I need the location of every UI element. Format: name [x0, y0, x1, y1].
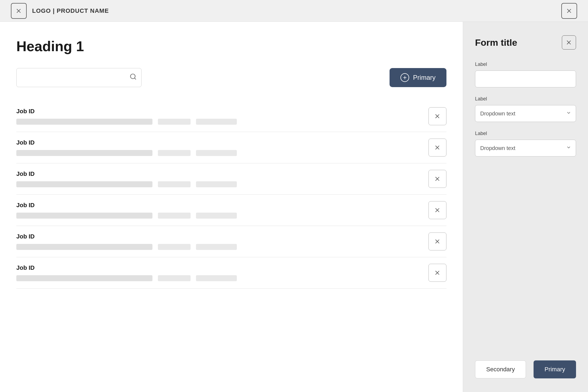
list-item-bars [16, 181, 423, 187]
list-item-bars [16, 275, 423, 281]
item-action-icon [433, 268, 442, 277]
logo-icon [14, 7, 23, 15]
form-label-2: Label [475, 96, 576, 102]
panel-header: Form title [475, 35, 576, 50]
form-group-2: Label Dropdown text [475, 96, 576, 122]
bar-medium [158, 119, 191, 125]
panel-close-button[interactable] [562, 35, 576, 50]
item-action-button[interactable] [428, 139, 446, 157]
bar-short [196, 213, 237, 219]
nav-brand: LOGO | PRODUCT NAME [32, 7, 109, 14]
select-wrapper-2: Dropdown text [475, 140, 576, 157]
item-action-button[interactable] [428, 107, 446, 125]
bar-medium [158, 213, 191, 219]
search-wrapper [16, 68, 142, 87]
form-label-3: Label [475, 131, 576, 136]
form-group-3: Label Dropdown text [475, 131, 576, 157]
panel-close-icon [565, 38, 573, 47]
list-item-content: Job ID [16, 170, 423, 187]
item-action-button[interactable] [428, 201, 446, 219]
list-item-content: Job ID [16, 202, 423, 219]
item-action-icon [433, 112, 442, 121]
list-item-bars [16, 244, 423, 250]
bar-long [16, 244, 152, 250]
bar-long [16, 181, 152, 187]
bar-medium [158, 181, 191, 187]
logo-box[interactable] [11, 3, 27, 19]
bar-short [196, 119, 237, 125]
list-item-label: Job ID [16, 139, 423, 146]
search-input[interactable] [16, 68, 142, 87]
bar-short [196, 181, 237, 187]
bar-short [196, 244, 237, 250]
table-row: Job ID [16, 132, 446, 163]
secondary-button[interactable]: Secondary [475, 360, 526, 378]
form-label-1: Label [475, 62, 576, 67]
plus-circle-icon: + [400, 73, 409, 82]
bar-medium [158, 275, 191, 281]
navbar: LOGO | PRODUCT NAME [0, 0, 588, 22]
bar-long [16, 213, 152, 219]
panel-footer: Secondary Primary [475, 352, 576, 378]
list-item-content: Job ID [16, 264, 423, 281]
navbar-left: LOGO | PRODUCT NAME [11, 3, 109, 19]
item-action-button[interactable] [428, 170, 446, 188]
bar-medium [158, 244, 191, 250]
select-wrapper-1: Dropdown text [475, 105, 576, 122]
close-icon [565, 7, 574, 15]
bar-short [196, 150, 237, 156]
table-row: Job ID [16, 226, 446, 257]
list-item-bars [16, 119, 423, 125]
bar-short [196, 275, 237, 281]
table-row: Job ID [16, 257, 446, 289]
bar-long [16, 150, 152, 156]
item-action-icon [433, 143, 442, 152]
list-item-label: Job ID [16, 264, 423, 271]
action-bar: + Primary [16, 68, 446, 87]
item-action-button[interactable] [428, 232, 446, 250]
list-item-label: Job ID [16, 170, 423, 177]
navbar-close-button[interactable] [561, 3, 577, 19]
table-row: Job ID [16, 163, 446, 195]
content-area: Heading 1 + Primary Job ID [0, 22, 463, 392]
panel-title: Form title [475, 37, 517, 48]
bar-long [16, 119, 152, 125]
form-dropdown-2[interactable]: Dropdown text [475, 140, 576, 157]
form-dropdown-1[interactable]: Dropdown text [475, 105, 576, 122]
list-item-label: Job ID [16, 202, 423, 209]
panel-primary-button[interactable]: Primary [534, 360, 576, 378]
main-layout: Heading 1 + Primary Job ID [0, 22, 588, 392]
list-item-bars [16, 150, 423, 156]
list-item-label: Job ID [16, 233, 423, 240]
list-item-bars [16, 213, 423, 219]
bar-long [16, 275, 152, 281]
bar-medium [158, 150, 191, 156]
list-item-content: Job ID [16, 108, 423, 125]
list-item-content: Job ID [16, 233, 423, 250]
item-action-button[interactable] [428, 264, 446, 282]
item-action-icon [433, 206, 442, 215]
add-primary-button[interactable]: + Primary [390, 68, 446, 87]
item-action-icon [433, 174, 442, 183]
search-icon [130, 73, 137, 82]
right-panel: Form title Label Label Dropdown text [463, 22, 588, 392]
form-group-1: Label [475, 62, 576, 87]
page-title: Heading 1 [16, 38, 446, 54]
list-container: Job ID Job ID [16, 101, 446, 289]
table-row: Job ID [16, 195, 446, 226]
item-action-icon [433, 237, 442, 246]
svg-line-1 [134, 78, 136, 79]
form-text-input[interactable] [475, 71, 576, 87]
table-row: Job ID [16, 101, 446, 132]
list-item-label: Job ID [16, 108, 423, 115]
list-item-content: Job ID [16, 139, 423, 156]
